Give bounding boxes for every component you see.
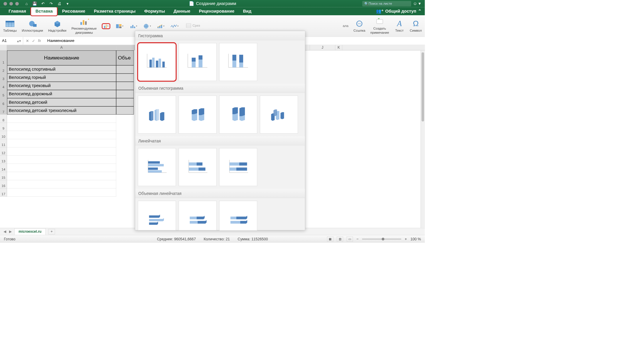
vertical-scrollbar[interactable] [421, 50, 425, 228]
save-icon[interactable]: 💾 [33, 1, 37, 6]
sparklines-button[interactable]: ▾ [170, 23, 179, 29]
statistic-chart-button[interactable]: ▾ [129, 23, 138, 29]
cell-a12[interactable] [7, 147, 116, 156]
map-chart-button[interactable]: ▾ [143, 23, 151, 29]
zoom-out-button[interactable]: − [356, 237, 358, 241]
cell-a11[interactable] [7, 139, 116, 147]
row-header-3[interactable]: 3 [0, 74, 7, 82]
cell-b5[interactable] [116, 90, 134, 98]
row-header-12[interactable]: 12 [0, 147, 7, 156]
row-header-1[interactable]: 1 [0, 50, 7, 65]
cell-a2[interactable]: Велосипед спортивный [7, 65, 116, 74]
3d-100-stacked-bar-option[interactable] [219, 201, 257, 230]
zoom-level[interactable]: 100 % [410, 237, 421, 241]
cancel-icon[interactable]: ✕ [26, 38, 29, 43]
illustrations-button[interactable]: Иллюстрации [22, 19, 43, 33]
feedback-icon[interactable]: ☺ ▾ [413, 1, 421, 6]
zoom-thumb[interactable] [382, 238, 384, 240]
zoom-slider[interactable] [362, 239, 401, 239]
tab-draw[interactable]: Рисование [58, 8, 89, 15]
cell-a4[interactable]: Велосипед трековый [7, 82, 116, 90]
recommended-charts-button[interactable]: ✦ Рекомендуемые диаграммы [72, 17, 97, 34]
3d-stacked-column-option[interactable] [179, 96, 216, 133]
cell-b2[interactable] [116, 65, 134, 74]
row-header-9[interactable]: 9 [0, 123, 7, 131]
3d-clustered-column-option[interactable] [138, 96, 176, 133]
tab-data[interactable]: Данные [169, 8, 194, 15]
comment-button[interactable]: + Создать примечание [370, 17, 389, 34]
cell-a15[interactable] [7, 172, 116, 180]
share-button[interactable]: 👥⁺ Общий доступ ⌃ [376, 9, 421, 14]
cell-b4[interactable] [116, 82, 134, 90]
fx-icon[interactable]: fx [38, 38, 41, 43]
search-box[interactable]: 🔍 [362, 1, 411, 6]
row-header-2[interactable]: 2 [0, 65, 7, 74]
cell-a17[interactable] [7, 188, 116, 197]
text-button[interactable]: A Текст [394, 19, 405, 33]
cell-a10[interactable] [7, 131, 116, 139]
hierarchy-chart-button[interactable]: ▾ [116, 23, 124, 29]
cell-a5[interactable]: Велосипед дорожный [7, 90, 116, 98]
redo-icon[interactable]: ↷ [49, 1, 54, 6]
row-header-7[interactable]: 7 [0, 106, 7, 115]
3d-100-stacked-column-option[interactable] [219, 96, 257, 133]
accept-icon[interactable]: ✓ [32, 38, 35, 43]
minimize-traffic[interactable] [9, 2, 13, 5]
tab-insert[interactable]: Вставка [31, 6, 58, 16]
symbol-button[interactable]: Ω Символ [410, 19, 422, 33]
cell-a13[interactable] [7, 156, 116, 164]
tables-button[interactable]: Таблицы [3, 19, 17, 33]
100-stacked-column-option[interactable] [219, 43, 257, 81]
row-header-14[interactable]: 14 [0, 164, 7, 172]
sheet-tab-active[interactable]: microexcel.ru [14, 228, 45, 235]
cell-b1[interactable]: Объе [116, 50, 134, 65]
undo-icon[interactable]: ↶ [41, 1, 45, 6]
3d-stacked-bar-option[interactable] [179, 201, 216, 230]
cell-b7[interactable] [116, 106, 134, 115]
col-header-j[interactable]: J [310, 45, 336, 50]
combo-chart-button[interactable]: ▾ [157, 23, 165, 29]
search-input[interactable] [369, 2, 409, 6]
tab-formulas[interactable]: Формулы [140, 8, 169, 15]
view-page-layout-button[interactable]: ▥ [337, 237, 343, 241]
stacked-column-option[interactable] [179, 43, 216, 81]
row-header-17[interactable]: 17 [0, 188, 7, 197]
slicer-button[interactable]: Срез [186, 23, 200, 28]
zoom-in-button[interactable]: + [405, 237, 407, 241]
row-header-13[interactable]: 13 [0, 156, 7, 164]
close-traffic[interactable] [4, 2, 7, 5]
cell-a14[interactable] [7, 164, 116, 172]
home-icon[interactable]: ⌂ [24, 1, 29, 6]
link-button[interactable]: Ссылка [353, 19, 365, 33]
100-stacked-bar-option[interactable] [219, 148, 257, 186]
sheet-nav-prev[interactable]: ◀ [4, 229, 6, 234]
tab-review[interactable]: Рецензирование [195, 8, 239, 15]
cell-b3[interactable] [116, 74, 134, 82]
sheet-nav-next[interactable]: ▶ [9, 229, 12, 234]
row-header-6[interactable]: 6 [0, 98, 7, 106]
col-header-k[interactable]: K [335, 45, 342, 50]
3d-clustered-bar-option[interactable] [138, 201, 176, 230]
name-box[interactable]: A1 ▴▾ [0, 37, 23, 45]
stacked-bar-option[interactable] [179, 148, 216, 186]
3d-column-option[interactable] [260, 96, 298, 133]
print-icon[interactable]: 🖨 [57, 1, 62, 6]
cell-a8[interactable] [7, 115, 116, 123]
tab-page-layout[interactable]: Разметка страницы [89, 8, 140, 15]
row-header-4[interactable]: 4 [0, 82, 7, 90]
col-header-a[interactable]: A [7, 45, 116, 50]
cell-a16[interactable] [7, 180, 116, 188]
cell-a3[interactable]: Велосипед горный [7, 74, 116, 82]
tab-home[interactable]: Главная [4, 8, 31, 15]
cell-a9[interactable] [7, 123, 116, 131]
row-header-16[interactable]: 16 [0, 180, 7, 188]
column-chart-button[interactable]: ▾ [102, 23, 110, 29]
maximize-traffic[interactable] [15, 2, 19, 5]
addins-button[interactable]: Надстройки [48, 19, 66, 33]
select-all-corner[interactable] [0, 45, 7, 50]
row-header-8[interactable]: 8 [0, 115, 7, 123]
cell-b6[interactable] [116, 98, 134, 106]
row-header-11[interactable]: 11 [0, 139, 7, 147]
tab-view[interactable]: Вид [239, 8, 256, 15]
cell-a1[interactable]: Наименование [7, 50, 116, 65]
